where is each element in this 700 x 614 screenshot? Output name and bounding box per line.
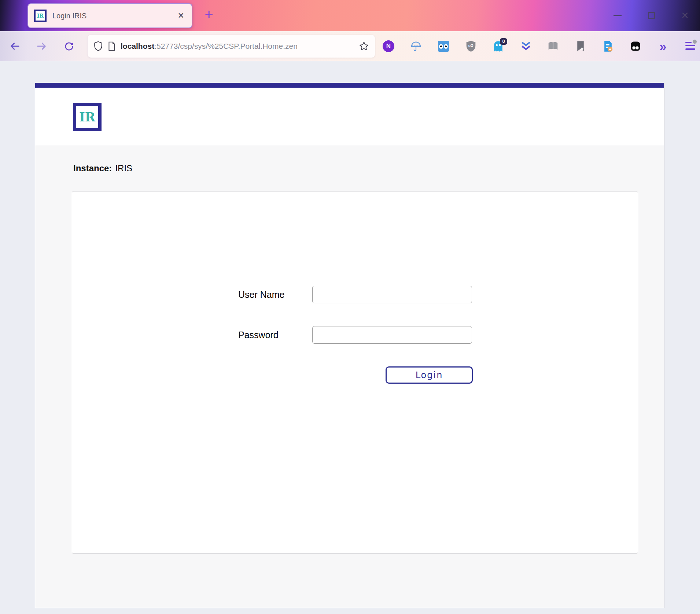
brand-top-border: [35, 83, 664, 88]
username-input[interactable]: [312, 286, 472, 303]
menu-notification-dot: [693, 40, 697, 44]
login-form-panel: User Name Password Login: [72, 191, 638, 554]
tab-title: Login IRIS: [52, 12, 86, 20]
instance-label: Instance:: [73, 163, 112, 173]
dark-mask-extension-icon[interactable]: [629, 39, 642, 54]
username-label: User Name: [238, 286, 284, 303]
ghostery-extension-icon[interactable]: 0: [492, 39, 505, 54]
extension-toolbar: N uO 0: [382, 31, 697, 61]
nordpass-extension-icon[interactable]: N: [382, 39, 395, 54]
iris-logo: IR: [73, 103, 102, 131]
tab-strip: IR Login IRIS ✕ + ✕: [0, 0, 700, 31]
navigation-toolbar: localhost:52773/csp/sys/%25CSP.Portal.Ho…: [0, 31, 700, 61]
maximize-button[interactable]: [645, 10, 657, 22]
password-input[interactable]: [312, 326, 472, 344]
googly-eyes-extension-icon[interactable]: [437, 39, 450, 54]
toolbar-overflow-button[interactable]: »: [656, 39, 670, 54]
save-document-extension-icon[interactable]: [601, 39, 615, 54]
back-button[interactable]: [7, 38, 23, 54]
browser-tab[interactable]: IR Login IRIS ✕: [27, 3, 192, 28]
close-window-button[interactable]: ✕: [679, 10, 691, 22]
iris-favicon-icon: IR: [34, 10, 47, 22]
ghostery-badge: 0: [500, 38, 507, 45]
url-host: localhost: [121, 42, 154, 50]
forward-arrow-icon: [36, 41, 47, 52]
bookmark-star-icon[interactable]: [359, 41, 369, 51]
umbrella-proxy-extension-icon[interactable]: [409, 39, 423, 54]
reading-list-book-icon[interactable]: [546, 39, 560, 54]
forward-button[interactable]: [34, 38, 50, 54]
page-background: IR Instance:IRIS User Name Password Logi…: [0, 61, 700, 614]
reload-button[interactable]: [61, 38, 77, 54]
tracking-shield-icon[interactable]: [93, 41, 103, 51]
hamburger-menu-icon: [685, 42, 695, 51]
overflow-chevrons-icon: »: [660, 40, 667, 53]
url-path: :52773/csp/sys/%25CSP.Portal.Home.zen: [154, 42, 298, 50]
ublock-origin-extension-icon[interactable]: uO: [464, 39, 478, 54]
app-menu-button[interactable]: [684, 39, 697, 54]
page-header: IR: [35, 88, 664, 145]
double-chevron-extension-icon[interactable]: [519, 39, 533, 54]
bookmark-manager-flag-icon[interactable]: [574, 39, 587, 54]
instance-line: Instance:IRIS: [73, 163, 132, 173]
page-info-icon[interactable]: [108, 41, 116, 51]
url-text[interactable]: localhost:52773/csp/sys/%25CSP.Portal.Ho…: [121, 42, 354, 51]
tab-close-icon[interactable]: ✕: [178, 11, 184, 21]
minimize-button[interactable]: [611, 10, 624, 22]
login-page-card: IR Instance:IRIS User Name Password Logi…: [35, 83, 664, 608]
password-label: Password: [238, 326, 279, 344]
login-button[interactable]: Login: [386, 366, 473, 384]
reload-icon: [64, 41, 74, 52]
window-controls: ✕: [611, 0, 691, 31]
back-arrow-icon: [9, 41, 20, 52]
instance-value: IRIS: [115, 163, 132, 173]
url-bar[interactable]: localhost:52773/csp/sys/%25CSP.Portal.Ho…: [88, 35, 375, 58]
new-tab-button[interactable]: +: [201, 5, 217, 24]
